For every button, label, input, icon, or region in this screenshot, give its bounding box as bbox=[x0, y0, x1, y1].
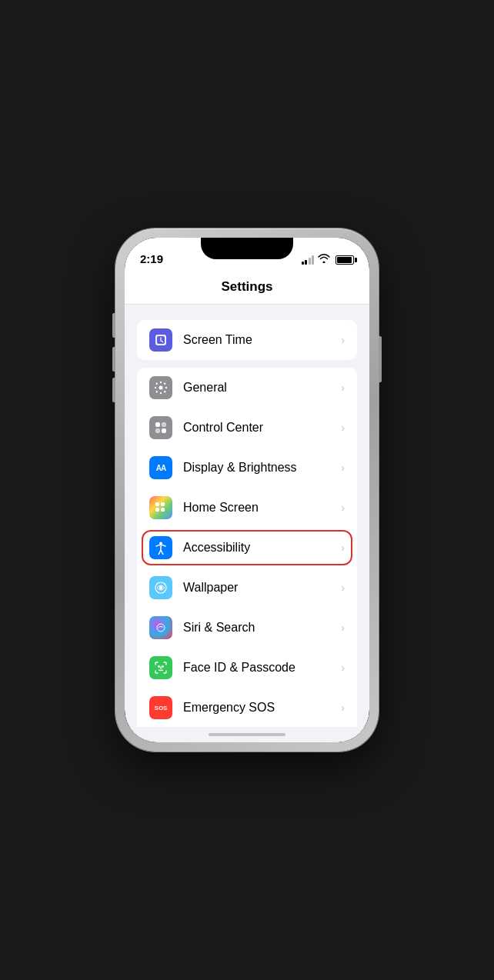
settings-content[interactable]: Screen Time › bbox=[125, 305, 369, 727]
wallpaper-label: Wallpaper bbox=[183, 581, 341, 595]
settings-row-general[interactable]: General › bbox=[137, 368, 357, 408]
settings-row-accessibility[interactable]: Accessibility › bbox=[137, 528, 357, 568]
svg-point-22 bbox=[157, 624, 165, 632]
control-center-label: Control Center bbox=[183, 421, 341, 435]
status-bar: 2:19 bbox=[125, 238, 369, 272]
svg-rect-16 bbox=[155, 502, 159, 506]
accessibility-label: Accessibility bbox=[183, 541, 341, 555]
svg-point-3 bbox=[159, 386, 163, 390]
svg-point-7 bbox=[165, 387, 167, 388]
svg-rect-19 bbox=[161, 508, 165, 512]
signal-icon bbox=[302, 255, 315, 265]
emergency-sos-label: Emergency SOS bbox=[183, 701, 341, 715]
emergency-sos-chevron: › bbox=[341, 702, 345, 714]
home-indicator bbox=[209, 733, 285, 736]
svg-point-21 bbox=[159, 586, 163, 590]
wallpaper-chevron: › bbox=[341, 582, 345, 594]
phone-frame: 2:19 Settings bbox=[115, 228, 379, 752]
display-icon: AA bbox=[149, 456, 172, 479]
phone-inner: 2:19 Settings bbox=[125, 238, 369, 742]
screen-time-label: Screen Time bbox=[183, 333, 341, 347]
siri-chevron: › bbox=[341, 622, 345, 634]
siri-icon bbox=[149, 616, 172, 639]
settings-row-siri[interactable]: Siri & Search › bbox=[137, 608, 357, 648]
display-chevron: › bbox=[341, 462, 345, 474]
svg-point-9 bbox=[164, 391, 165, 392]
settings-row-screen-time[interactable]: Screen Time › bbox=[137, 320, 357, 360]
wifi-icon bbox=[318, 254, 330, 265]
svg-point-23 bbox=[159, 666, 160, 668]
battery-status-icon bbox=[335, 255, 354, 265]
face-id-icon bbox=[149, 656, 172, 679]
screen-time-icon bbox=[149, 328, 172, 352]
status-time: 2:19 bbox=[140, 252, 163, 265]
control-center-chevron: › bbox=[341, 422, 345, 434]
screen-time-chevron: › bbox=[341, 334, 345, 346]
general-icon bbox=[149, 376, 172, 399]
settings-row-home-screen[interactable]: Home Screen › bbox=[137, 488, 357, 528]
navigation-bar: Settings bbox=[125, 272, 369, 305]
wallpaper-icon bbox=[149, 576, 172, 599]
face-id-chevron: › bbox=[341, 662, 345, 674]
general-chevron: › bbox=[341, 382, 345, 394]
settings-group-screen-time: Screen Time › bbox=[137, 320, 357, 360]
emergency-sos-icon: SOS bbox=[149, 696, 172, 719]
notch bbox=[201, 238, 293, 259]
svg-rect-15 bbox=[162, 428, 166, 433]
display-label: Display & Brightness bbox=[183, 461, 341, 475]
settings-row-face-id[interactable]: Face ID & Passcode › bbox=[137, 648, 357, 688]
settings-group-general: General › Control bbox=[137, 368, 357, 727]
svg-point-10 bbox=[164, 383, 165, 385]
svg-rect-18 bbox=[155, 508, 159, 512]
svg-rect-14 bbox=[155, 428, 160, 433]
home-screen-label: Home Screen bbox=[183, 501, 341, 515]
svg-point-8 bbox=[156, 383, 158, 385]
svg-point-4 bbox=[160, 382, 162, 383]
svg-point-6 bbox=[155, 387, 156, 388]
svg-point-11 bbox=[156, 391, 158, 392]
settings-row-wallpaper[interactable]: Wallpaper › bbox=[137, 568, 357, 608]
face-id-label: Face ID & Passcode bbox=[183, 661, 341, 675]
svg-rect-13 bbox=[162, 422, 166, 427]
svg-point-5 bbox=[160, 392, 162, 394]
control-center-icon bbox=[149, 416, 172, 439]
settings-row-emergency-sos[interactable]: SOS Emergency SOS › bbox=[137, 688, 357, 727]
page-title: Settings bbox=[221, 279, 272, 294]
settings-row-display[interactable]: AA Display & Brightness › bbox=[137, 448, 357, 488]
status-icons bbox=[302, 254, 355, 265]
settings-row-control-center[interactable]: Control Center › bbox=[137, 408, 357, 448]
general-label: General bbox=[183, 381, 341, 395]
screen: 2:19 Settings bbox=[125, 238, 369, 742]
svg-rect-17 bbox=[161, 502, 165, 506]
home-screen-icon bbox=[149, 496, 172, 519]
home-screen-chevron: › bbox=[341, 502, 345, 514]
svg-rect-12 bbox=[155, 422, 160, 427]
accessibility-icon bbox=[149, 536, 172, 559]
siri-label: Siri & Search bbox=[183, 621, 341, 635]
svg-point-24 bbox=[162, 666, 164, 668]
accessibility-chevron: › bbox=[341, 542, 345, 554]
